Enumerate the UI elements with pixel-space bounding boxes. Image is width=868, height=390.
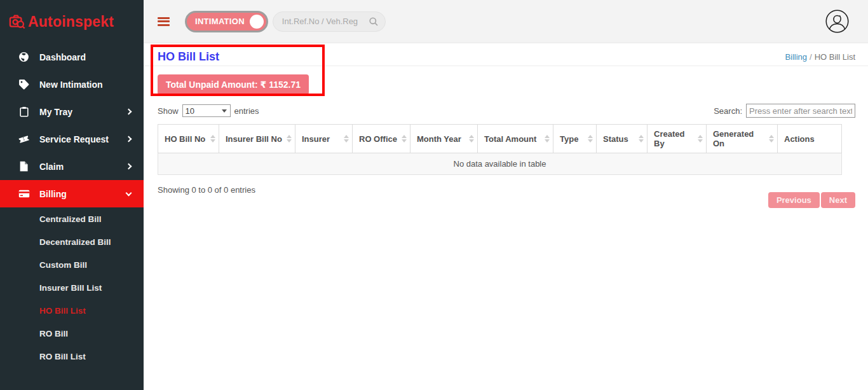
sidebar-subitem-ro-bill-list[interactable]: RO Bill List	[0, 345, 144, 360]
breadcrumb-billing-link[interactable]: Billing	[785, 52, 807, 62]
sidebar-item-new-intimation[interactable]: New Intimation	[0, 71, 144, 98]
camera-search-logo-icon	[8, 13, 26, 31]
sort-icon	[769, 135, 774, 143]
sidebar: Autoinspekt Dashboard	[0, 0, 144, 390]
sidebar-item-label: Dashboard	[39, 52, 86, 62]
chevron-down-icon	[126, 190, 132, 196]
sort-icon	[698, 135, 703, 143]
brand-name: Autoinspekt	[28, 13, 114, 31]
app-window: Autoinspekt Dashboard	[0, 0, 868, 390]
page-title: HO Bill List	[158, 50, 219, 64]
intimation-toggle-label: INTIMATION	[195, 17, 245, 26]
sidebar-item-label: Service Request	[39, 134, 109, 144]
sort-icon	[469, 135, 474, 143]
column-label: Month Year	[417, 134, 461, 144]
sidebar-subitem-ro-bill[interactable]: RO Bill	[0, 322, 144, 345]
sort-icon	[588, 135, 593, 143]
next-button[interactable]: Next	[821, 192, 855, 208]
global-search-input[interactable]	[282, 17, 369, 26]
breadcrumb: Billing/HO Bill List	[785, 50, 855, 62]
submenu-label: Insurer Bill List	[39, 283, 102, 293]
sidebar-item-label: Billing	[39, 189, 67, 199]
column-header-type[interactable]: Type	[553, 125, 597, 153]
submenu-label: Custom Bill	[39, 260, 87, 270]
column-label: Insurer Bill No	[226, 134, 282, 144]
column-label: Status	[603, 134, 628, 144]
column-label: RO Office	[359, 134, 397, 144]
sidebar-item-label: New Intimation	[39, 80, 103, 90]
column-header-insurer-bill-no[interactable]: Insurer Bill No	[219, 125, 295, 153]
clipboard-icon	[18, 106, 30, 117]
credit-card-icon	[18, 189, 30, 198]
globe-icon	[18, 52, 30, 62]
header-divider	[144, 66, 868, 66]
sidebar-item-label: My Tray	[39, 107, 72, 117]
sidebar-subitem-ho-bill-list[interactable]: HO Bill List	[0, 299, 144, 322]
sidebar-item-service-request[interactable]: Service Request	[0, 125, 144, 153]
submenu-label: RO Bill	[39, 329, 68, 338]
sort-icon	[344, 135, 349, 143]
table-search-input[interactable]	[746, 104, 855, 118]
sidebar-menu: Dashboard New Intimation	[0, 43, 144, 360]
table-info: Showing 0 to 0 of 0 entries	[158, 185, 255, 195]
page-length-control: Show 10 entries	[158, 104, 259, 117]
sidebar-item-billing[interactable]: Billing	[0, 180, 144, 207]
column-header-total-amount[interactable]: Total Amount	[478, 125, 553, 153]
ho-bill-table: HO Bill No Insurer Bill No Insurer	[158, 124, 842, 175]
show-label: Show	[158, 106, 179, 116]
sidebar-item-dashboard[interactable]: Dashboard	[0, 43, 144, 71]
page-length-select-wrap: 10	[182, 104, 231, 117]
sidebar-subitem-insurer-bill-list[interactable]: Insurer Bill List	[0, 276, 144, 299]
column-header-created-by[interactable]: Created By	[648, 125, 707, 153]
submenu-label: RO Bill List	[39, 352, 86, 361]
sort-icon	[402, 135, 407, 143]
ticket-icon	[18, 134, 30, 144]
table-header-row: HO Bill No Insurer Bill No Insurer	[158, 125, 842, 153]
previous-button[interactable]: Previous	[768, 192, 820, 208]
topbar: INTIMATION	[144, 0, 868, 43]
intimation-toggle[interactable]: INTIMATION	[185, 11, 268, 32]
sidebar-item-claim[interactable]: Claim	[0, 153, 144, 180]
search-icon	[369, 17, 379, 27]
breadcrumb-separator: /	[810, 52, 812, 62]
sidebar-subitem-decentralized-bill[interactable]: Decentralized Bill	[0, 230, 144, 253]
sort-icon	[545, 135, 550, 143]
submenu-label: Decentralized Bill	[39, 237, 111, 247]
toggle-knob	[250, 15, 264, 29]
submenu-label: HO Bill List	[39, 306, 86, 316]
column-header-ro-office[interactable]: RO Office	[353, 125, 410, 153]
column-label: HO Bill No	[165, 134, 205, 144]
hamburger-menu-icon[interactable]	[158, 15, 170, 27]
chevron-right-icon	[126, 164, 132, 170]
empty-message: No data available in table	[158, 153, 842, 175]
column-label: Generated On	[713, 129, 754, 148]
column-header-generated-on[interactable]: Generated On	[707, 125, 778, 153]
column-header-actions: Actions	[778, 125, 842, 153]
column-label: Insurer	[302, 134, 330, 144]
tag-icon	[18, 79, 30, 90]
column-header-ho-bill-no[interactable]: HO Bill No	[158, 125, 219, 153]
entries-label: entries	[234, 106, 259, 116]
column-label: Actions	[784, 134, 815, 144]
chevron-right-icon	[126, 136, 132, 143]
sort-icon	[287, 135, 292, 143]
column-label: Type	[560, 134, 578, 144]
empty-row: No data available in table	[158, 153, 842, 175]
total-unpaid-amount-badge: Total Unpaid Amount: ₹ 1152.71	[158, 74, 309, 95]
column-header-status[interactable]: Status	[597, 125, 648, 153]
global-search	[273, 11, 386, 32]
sidebar-subitem-custom-bill[interactable]: Custom Bill	[0, 253, 144, 276]
sidebar-subitem-centralized-bill[interactable]: Centralized Bill	[0, 207, 144, 230]
sidebar-item-label: Claim	[39, 162, 64, 172]
brand-logo[interactable]: Autoinspekt	[0, 0, 144, 43]
user-avatar[interactable]	[825, 10, 849, 33]
sidebar-item-my-tray[interactable]: My Tray	[0, 98, 144, 125]
sort-icon	[210, 135, 215, 143]
page-length-select[interactable]: 10	[182, 104, 231, 117]
search-label: Search:	[714, 106, 742, 116]
column-header-insurer[interactable]: Insurer	[295, 125, 353, 153]
breadcrumb-current: HO Bill List	[815, 52, 855, 62]
column-label: Created By	[654, 129, 684, 148]
file-icon	[18, 161, 30, 172]
column-header-month-year[interactable]: Month Year	[410, 125, 478, 153]
